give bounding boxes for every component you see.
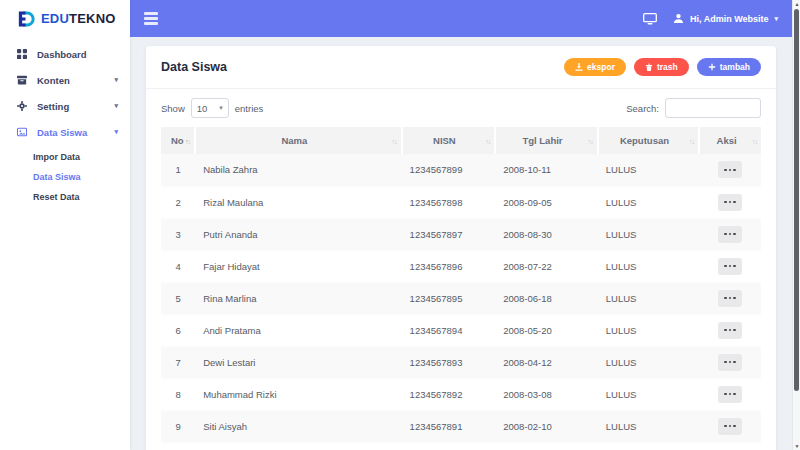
column-header-tgl-lahir[interactable]: Tgl Lahir↑↓ xyxy=(495,127,598,154)
submenu-item-reset-data[interactable]: Reset Data xyxy=(33,187,130,207)
cell-nama: Ahmad Fauzi xyxy=(195,442,401,450)
search-input[interactable] xyxy=(665,98,761,118)
cell-tgl-lahir: 2008-01-15 xyxy=(495,442,598,450)
cell-keputusan: LULUS xyxy=(598,442,699,450)
cell-no: 10 xyxy=(161,442,195,450)
cell-no: 3 xyxy=(161,218,195,250)
cell-aksi xyxy=(699,410,761,442)
cell-aksi xyxy=(699,250,761,282)
row-actions-button[interactable] xyxy=(718,322,742,339)
cell-nisn: 1234567898 xyxy=(402,186,496,218)
page-scrollbar[interactable]: ▲ ▼ xyxy=(792,0,800,450)
brand-logo[interactable]: EDUTEKNO xyxy=(0,0,130,37)
scroll-up-arrow-icon[interactable]: ▲ xyxy=(793,1,800,7)
column-header-keputusan[interactable]: Keputusan↑↓ xyxy=(598,127,699,154)
add-button[interactable]: tambah xyxy=(697,58,761,76)
submenu-item-impor-data[interactable]: Impor Data xyxy=(33,147,130,167)
show-label: Show xyxy=(161,103,185,114)
cell-nama: Fajar Hidayat xyxy=(195,250,401,282)
row-actions-button[interactable] xyxy=(718,161,742,178)
sidebar: EDUTEKNO Dashboard Konten ▾ Setting ▾ xyxy=(0,0,130,450)
table-row: 1 Nabila Zahra 1234567899 2008-10-11 LUL… xyxy=(161,154,761,186)
column-header-nisn[interactable]: NISN↑↓ xyxy=(402,127,496,154)
chevron-down-icon: ▾ xyxy=(114,128,118,136)
cell-nama: Rizal Maulana xyxy=(195,186,401,218)
sort-icon[interactable]: ↑↓ xyxy=(752,137,757,144)
submenu-item-data-siswa[interactable]: Data Siswa xyxy=(33,167,130,187)
cell-keputusan: LULUS xyxy=(598,218,699,250)
user-menu[interactable]: Hi, Admin Website ▾ xyxy=(673,13,778,24)
sort-icon[interactable]: ↑↓ xyxy=(485,137,490,144)
cell-keputusan: LULUS xyxy=(598,314,699,346)
cell-no: 9 xyxy=(161,410,195,442)
sidebar-item-label: Dashboard xyxy=(37,49,87,60)
table-row: 4 Fajar Hidayat 1234567896 2008-07-22 LU… xyxy=(161,250,761,282)
page-size-select[interactable]: 10 ▾ xyxy=(191,98,229,118)
cell-nisn: 1234567895 xyxy=(402,282,496,314)
data-siswa-submenu: Impor Data Data Siswa Reset Data xyxy=(0,145,130,209)
fullscreen-monitor-icon[interactable] xyxy=(643,13,657,25)
scrollbar-thumb[interactable] xyxy=(794,9,799,391)
chevron-down-icon: ▾ xyxy=(114,102,118,110)
cell-nisn: 1234567894 xyxy=(402,314,496,346)
export-button[interactable]: ekspor xyxy=(564,58,626,76)
table-row: 2 Rizal Maulana 1234567898 2008-09-05 LU… xyxy=(161,186,761,218)
archive-icon xyxy=(16,75,28,85)
sidebar-item-data-siswa[interactable]: Data Siswa ▾ xyxy=(0,119,130,145)
sidebar-item-konten[interactable]: Konten ▾ xyxy=(0,67,130,93)
cell-nisn: 1234567892 xyxy=(402,378,496,410)
sort-icon[interactable]: ↑↓ xyxy=(689,137,694,144)
column-header-aksi[interactable]: Aksi↑↓ xyxy=(699,127,761,154)
cell-aksi xyxy=(699,346,761,378)
chevron-down-icon: ▾ xyxy=(774,15,778,23)
cell-nisn: 1234567896 xyxy=(402,250,496,282)
cell-tgl-lahir: 2008-06-18 xyxy=(495,282,598,314)
row-actions-button[interactable] xyxy=(718,226,742,243)
sort-icon[interactable]: ↑↓ xyxy=(185,137,190,144)
main-content: Data Siswa ekspor trash xyxy=(130,37,792,450)
scroll-down-arrow-icon[interactable]: ▼ xyxy=(793,443,800,449)
sidebar-item-label: Setting xyxy=(37,101,69,112)
row-actions-button[interactable] xyxy=(718,386,742,403)
cell-keputusan: LULUS xyxy=(598,410,699,442)
cell-nisn: 1234567899 xyxy=(402,154,496,186)
sidebar-item-dashboard[interactable]: Dashboard xyxy=(0,41,130,67)
cell-tgl-lahir: 2008-05-20 xyxy=(495,314,598,346)
sort-icon[interactable]: ↑↓ xyxy=(392,137,397,144)
row-actions-button[interactable] xyxy=(718,354,742,371)
card-image-icon xyxy=(16,127,28,137)
cell-aksi xyxy=(699,186,761,218)
table-row: 7 Dewi Lestari 1234567893 2008-04-12 LUL… xyxy=(161,346,761,378)
cell-no: 8 xyxy=(161,378,195,410)
cell-tgl-lahir: 2008-08-30 xyxy=(495,218,598,250)
row-actions-button[interactable] xyxy=(718,194,742,211)
cell-tgl-lahir: 2008-02-10 xyxy=(495,410,598,442)
grid-icon xyxy=(16,49,28,59)
cell-no: 2 xyxy=(161,186,195,218)
chevron-down-icon: ▾ xyxy=(219,104,223,112)
brand-name: EDUTEKNO xyxy=(41,11,116,26)
cell-keputusan: LULUS xyxy=(598,346,699,378)
cell-tgl-lahir: 2008-09-05 xyxy=(495,186,598,218)
cell-no: 7 xyxy=(161,346,195,378)
download-icon xyxy=(575,63,583,71)
data-siswa-table: No↑↓ Nama↑↓ NISN↑↓ Tgl Lahir↑↓ Keputusan… xyxy=(161,127,761,450)
column-header-nama[interactable]: Nama↑↓ xyxy=(195,127,401,154)
gear-icon xyxy=(16,101,28,111)
sort-icon[interactable]: ↑↓ xyxy=(588,137,593,144)
trash-button[interactable]: trash xyxy=(634,58,689,76)
cell-aksi xyxy=(699,282,761,314)
cell-keputusan: LULUS xyxy=(598,186,699,218)
cell-aksi xyxy=(699,442,761,450)
cell-nama: Dewi Lestari xyxy=(195,346,401,378)
sidebar-toggle-icon[interactable] xyxy=(144,12,158,25)
row-actions-button[interactable] xyxy=(718,418,742,435)
table-row: 8 Muhammad Rizki 1234567892 2008-03-08 L… xyxy=(161,378,761,410)
row-actions-button[interactable] xyxy=(718,258,742,275)
column-header-no[interactable]: No↑↓ xyxy=(161,127,195,154)
plus-icon xyxy=(708,63,716,71)
row-actions-button[interactable] xyxy=(718,290,742,307)
cell-aksi xyxy=(699,378,761,410)
sidebar-item-setting[interactable]: Setting ▾ xyxy=(0,93,130,119)
cell-no: 1 xyxy=(161,154,195,186)
